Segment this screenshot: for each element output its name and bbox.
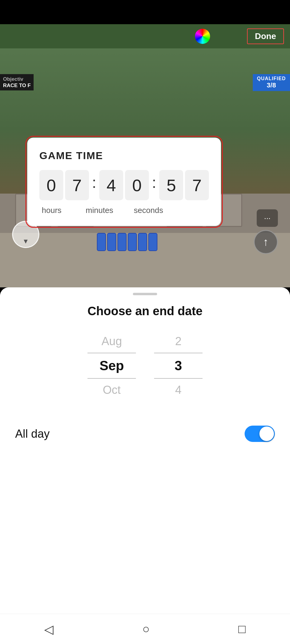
time-display: 0 7 : 4 0 : 5 7 [39, 170, 209, 200]
color-wheel-icon[interactable] [195, 29, 210, 44]
joystick-arrow-icon: ▼ [22, 237, 29, 245]
month-column[interactable]: Aug Sep Oct [87, 330, 136, 401]
hours-digit-0: 0 [39, 170, 63, 200]
done-button[interactable]: Done [247, 28, 284, 44]
jump-button[interactable]: ↑ [254, 230, 278, 254]
barrel [138, 233, 147, 251]
chat-button[interactable]: ··· [257, 209, 278, 227]
up-arrow-icon: ↑ [263, 236, 269, 248]
minutes-digit-1: 0 [125, 170, 149, 200]
back-button[interactable]: ◁ [44, 622, 54, 636]
day-column[interactable]: 2 3 4 [154, 330, 203, 401]
day-item-3[interactable]: 3 [154, 353, 203, 379]
date-picker[interactable]: Aug Sep Oct 2 3 4 [0, 330, 290, 401]
hours-digit-1: 7 [65, 170, 89, 200]
month-item-oct[interactable]: Oct [87, 379, 136, 401]
objective-badge: Objectiv RACE TO F [0, 74, 34, 90]
barrel [128, 233, 137, 251]
game-section: 🧍🧍 Objectiv RACE TO F QUALIFIED 3/8 GAME… [0, 24, 290, 287]
barrel [117, 233, 127, 251]
day-item-2[interactable]: 2 [154, 330, 203, 353]
game-time-card: GAME TIME 0 7 : 4 0 : 5 7 hours minutes … [27, 138, 221, 226]
nav-bar: ◁ ○ □ [0, 614, 290, 644]
chat-icon: ··· [264, 214, 271, 223]
seconds-label: seconds [134, 206, 163, 215]
seconds-digit-1: 7 [185, 170, 209, 200]
game-time-title: GAME TIME [39, 150, 209, 162]
minutes-label: minutes [86, 206, 113, 215]
barrel [107, 233, 116, 251]
sheet-title: Choose an end date [0, 304, 290, 318]
sheet-handle[interactable] [133, 293, 157, 295]
month-item-aug[interactable]: Aug [87, 330, 136, 353]
all-day-toggle[interactable] [245, 426, 275, 442]
barrel [148, 233, 157, 251]
colon-1: : [91, 173, 97, 191]
toggle-thumb [259, 427, 274, 441]
all-day-row: All day [0, 414, 290, 454]
minutes-digit-0: 4 [99, 170, 123, 200]
colon-2: : [151, 173, 157, 191]
home-button[interactable]: ○ [142, 622, 150, 636]
all-day-label: All day [15, 427, 50, 440]
barrels [97, 233, 157, 251]
barrel [97, 233, 106, 251]
status-bar [0, 0, 290, 24]
chrome-bar: Done [0, 24, 290, 48]
bottom-sheet: Choose an end date Aug Sep Oct 2 3 4 All… [0, 287, 290, 620]
month-item-sep[interactable]: Sep [87, 353, 136, 379]
time-labels: hours minutes seconds [39, 206, 209, 215]
qualified-badge: QUALIFIED 3/8 [253, 74, 290, 91]
hours-label: hours [42, 206, 61, 215]
recents-button[interactable]: □ [238, 622, 246, 636]
day-item-4[interactable]: 4 [154, 379, 203, 401]
seconds-digit-0: 5 [159, 170, 183, 200]
